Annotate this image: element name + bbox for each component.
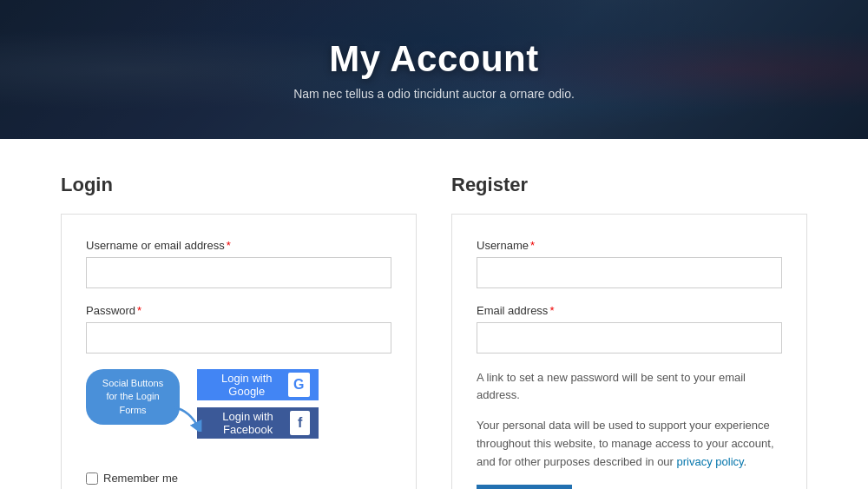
reg-email-group: Email address*: [477, 304, 782, 354]
password-label: Password*: [86, 304, 391, 317]
required-star: *: [227, 239, 231, 252]
reg-email-label: Email address*: [477, 304, 782, 317]
remember-label: Remember me: [103, 472, 178, 485]
hero-section: My Account Nam nec tellus a odio tincidu…: [0, 0, 868, 139]
page-title: My Account: [293, 38, 575, 80]
login-section: Login Username or email address* Passwor…: [61, 174, 417, 489]
register-form-box: Username* Email address* A link to set a…: [451, 214, 807, 489]
login-form-box: Username or email address* Password* Soc…: [61, 214, 417, 489]
username-label: Username or email address*: [86, 239, 391, 252]
tooltip-balloon: Social Buttons for the Login Forms: [86, 369, 180, 425]
google-login-button[interactable]: Login with Google G: [197, 369, 319, 400]
username-input[interactable]: [86, 257, 391, 288]
username-group: Username or email address*: [86, 239, 391, 288]
password-input[interactable]: [86, 322, 391, 354]
reg-username-label: Username*: [477, 239, 782, 252]
privacy-policy-link[interactable]: privacy policy: [677, 455, 744, 468]
register-title: Register: [451, 174, 807, 196]
hero-subtitle: Nam nec tellus a odio tincidunt auctor a…: [293, 87, 575, 101]
main-content: Login Username or email address* Passwor…: [43, 139, 825, 489]
required-star-email: *: [549, 304, 554, 317]
reg-email-input[interactable]: [477, 322, 782, 354]
password-note: A link to set a new password will be sen…: [477, 369, 782, 403]
reg-username-group: Username*: [477, 239, 782, 288]
register-button[interactable]: REGISTER: [477, 485, 572, 489]
remember-checkbox[interactable]: [86, 472, 98, 485]
social-buttons-container: Login with Google G Login with Facebook …: [197, 369, 319, 446]
hero-content: My Account Nam nec tellus a odio tincidu…: [293, 38, 575, 101]
balloon-arrow-icon: [173, 404, 206, 432]
facebook-icon: f: [290, 411, 310, 435]
reg-username-input[interactable]: [477, 257, 782, 288]
google-icon: G: [288, 373, 310, 397]
password-group: Password*: [86, 304, 391, 354]
required-star-reg: *: [530, 239, 535, 252]
privacy-text: Your personal data will be used to suppo…: [477, 417, 782, 471]
register-section: Register Username* Email address* A link…: [451, 174, 807, 489]
facebook-login-button[interactable]: Login with Facebook f: [197, 407, 319, 439]
login-title: Login: [61, 174, 417, 196]
remember-row: Remember me: [86, 472, 391, 485]
tooltip-container: Social Buttons for the Login Forms: [86, 369, 180, 425]
required-star-pw: *: [137, 304, 141, 317]
